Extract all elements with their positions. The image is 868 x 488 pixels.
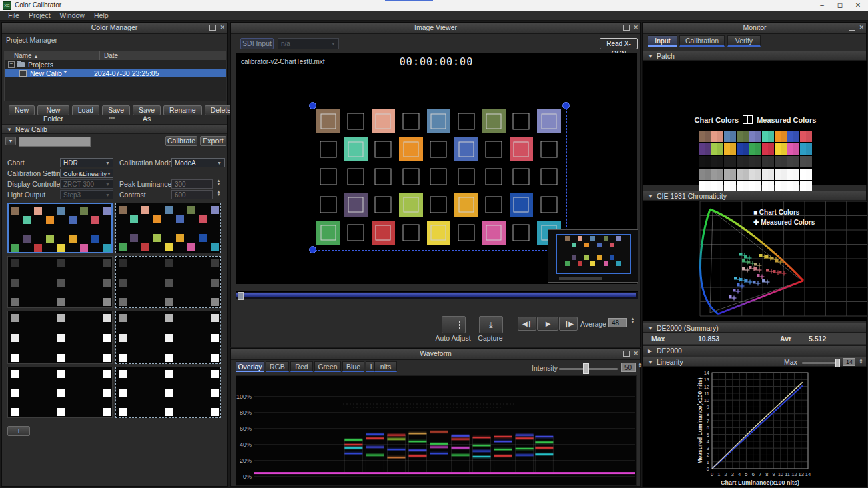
waveform-header[interactable]: Waveform ✕ (231, 349, 640, 360)
display-controller-select[interactable]: ZRCT-300▼ (60, 179, 113, 189)
timeline-thumb[interactable] (238, 292, 244, 300)
close-icon[interactable]: ✕ (859, 25, 864, 31)
calibration-mode-select[interactable]: ModeA▼ (171, 158, 225, 167)
waveform-tab-green[interactable]: Green (314, 361, 341, 372)
read-xocn-button[interactable]: Read X-OCN (600, 38, 638, 49)
chart-thumbnail-6[interactable] (115, 311, 221, 364)
de2000-summary-header[interactable]: ▼ DE2000 (Summary) (643, 323, 866, 333)
tree-col-date[interactable]: Date (99, 51, 118, 60)
cm-button-rename[interactable]: Rename (163, 105, 202, 115)
float-icon[interactable] (623, 25, 630, 31)
close-icon[interactable]: ✕ (220, 25, 225, 31)
linearity-max-stepper[interactable]: ▲▼ (858, 358, 864, 365)
waveform-tab-nits[interactable]: nits (374, 361, 397, 372)
image-viewer-header[interactable]: Image Viewer ✕ (231, 23, 640, 34)
new-calib-section-header[interactable]: ▼ New Calib (2, 124, 227, 134)
float-icon[interactable] (623, 351, 630, 357)
step-back-button[interactable]: ◀❙ (518, 317, 536, 331)
average-stepper[interactable]: ▲▼ (630, 317, 636, 324)
chart-thumbnail-5[interactable] (7, 311, 113, 364)
cm-button-load[interactable]: Load (72, 105, 99, 115)
monitor-header[interactable]: Monitor ✕ (643, 23, 866, 34)
linearity-max-input[interactable]: 14 (843, 358, 855, 366)
collapse-icon[interactable]: − (8, 61, 15, 68)
thumb-patch (211, 243, 219, 251)
cm-button-save-as[interactable]: Save As (133, 105, 161, 115)
linearity-slider-handle[interactable] (835, 359, 840, 367)
selection-marquee[interactable] (312, 105, 567, 251)
timeline-slider[interactable] (236, 291, 638, 299)
thumb-patch (57, 314, 65, 322)
step-forward-button[interactable]: ❙▶ (559, 317, 578, 331)
splitter-handle[interactable]: ••• (109, 115, 115, 121)
add-chart-button[interactable]: + (7, 426, 30, 436)
intensity-slider-handle[interactable] (583, 363, 589, 374)
chart-select[interactable]: HDR▼ (60, 158, 113, 167)
tree-row-projects[interactable]: − Projects (5, 60, 226, 69)
play-button[interactable]: ▶ (537, 317, 558, 331)
contrast-stepper[interactable]: ▲▼ (215, 190, 222, 197)
patch-measured-half (717, 131, 723, 142)
cm-button-save[interactable]: Save (102, 105, 130, 115)
close-icon[interactable]: ✕ (633, 25, 638, 31)
calibration-setting-select[interactable]: Color&Linearity▼ (60, 169, 113, 178)
viewer-canvas[interactable]: calibrator-v2-ChartTest8.mxf 00:00:00:00 (236, 53, 637, 284)
monitor-tab-calibration[interactable]: Calibration (679, 35, 725, 47)
menu-window[interactable]: Window (55, 11, 89, 19)
monitor-tab-input[interactable]: Input (648, 35, 677, 47)
menu-help[interactable]: Help (89, 11, 113, 19)
chart-thumbnail-8[interactable] (115, 367, 221, 418)
calib-dropdown-button[interactable]: ▼ (5, 137, 16, 145)
maximize-button[interactable]: ◻ (831, 0, 849, 10)
waveform-tab-red[interactable]: Red (290, 361, 313, 372)
selection-handle-tr[interactable] (562, 102, 570, 109)
window-title: Color Calibrator (15, 1, 61, 9)
patch-section-header[interactable]: ▼ Patch (643, 51, 866, 61)
waveform-tab-blue[interactable]: Blue (342, 361, 364, 372)
cie-section-header[interactable]: ▼ CIE 1931 Chromaticity (643, 191, 866, 201)
cm-button-new-folder[interactable]: New Folder (37, 105, 69, 115)
close-icon[interactable]: ✕ (633, 351, 638, 357)
chart-thumbnail-2[interactable] (115, 203, 221, 253)
chart-thumbnail-3[interactable] (7, 256, 113, 308)
chart-thumbnail-1[interactable] (7, 203, 113, 253)
selection-handle-tl[interactable] (309, 102, 316, 109)
menu-project[interactable]: Project (24, 11, 55, 19)
input-source-select[interactable]: n/a▼ (278, 38, 339, 49)
contrast-input[interactable]: 600 (171, 190, 213, 199)
peak-luminance-stepper[interactable]: ▲▼ (215, 179, 222, 186)
cm-button-new[interactable]: New (9, 105, 35, 115)
minimize-button[interactable]: – (813, 0, 831, 10)
chart-thumbnail-7[interactable] (7, 367, 113, 418)
de2000-section-header[interactable]: ▶ DE2000 (643, 345, 866, 355)
collapsed-icon: ▶ (648, 346, 652, 356)
thumb-patch (165, 354, 173, 362)
calib-name-input[interactable] (19, 137, 91, 147)
tree-col-name[interactable]: Name ▲ (5, 51, 99, 60)
waveform-tab-rgb[interactable]: RGB (266, 361, 289, 372)
color-manager-header[interactable]: Color Manager ✕ (2, 23, 227, 34)
menu-file[interactable]: File (3, 11, 24, 19)
chart-thumbnail-4[interactable] (115, 256, 221, 308)
auto-adjust-button[interactable] (442, 316, 466, 333)
svg-text:6: 6 (707, 425, 709, 431)
peak-luminance-input[interactable]: 300 (171, 179, 213, 189)
selection-handle-bl[interactable] (309, 246, 316, 253)
float-icon[interactable] (849, 25, 855, 31)
sdi-input-button[interactable]: SDI Input (240, 38, 274, 49)
cie-chart-point (771, 257, 774, 260)
light-output-select[interactable]: Step3▼ (60, 190, 113, 199)
intensity-input[interactable]: 50 (621, 363, 636, 372)
calibrate-button[interactable]: Calibrate (165, 136, 197, 146)
tree-row-new-calib[interactable]: New Calib * 2024-07-30 23:25:05 (5, 69, 226, 77)
waveform-tab-overlay[interactable]: Overlay (236, 361, 264, 372)
export-button[interactable]: Export (200, 136, 226, 146)
monitor-tab-verify[interactable]: Verify (727, 35, 761, 47)
float-icon[interactable] (209, 25, 216, 31)
linearity-section-header[interactable]: ▼ Linearity Max 14 ▲▼ (643, 357, 866, 367)
linearity-max-slider[interactable] (802, 362, 839, 364)
capture-button[interactable]: ⤓ (479, 316, 503, 333)
average-input[interactable]: 48 (608, 318, 627, 327)
thumb-patch (119, 279, 127, 287)
close-button[interactable]: ✕ (849, 0, 867, 10)
